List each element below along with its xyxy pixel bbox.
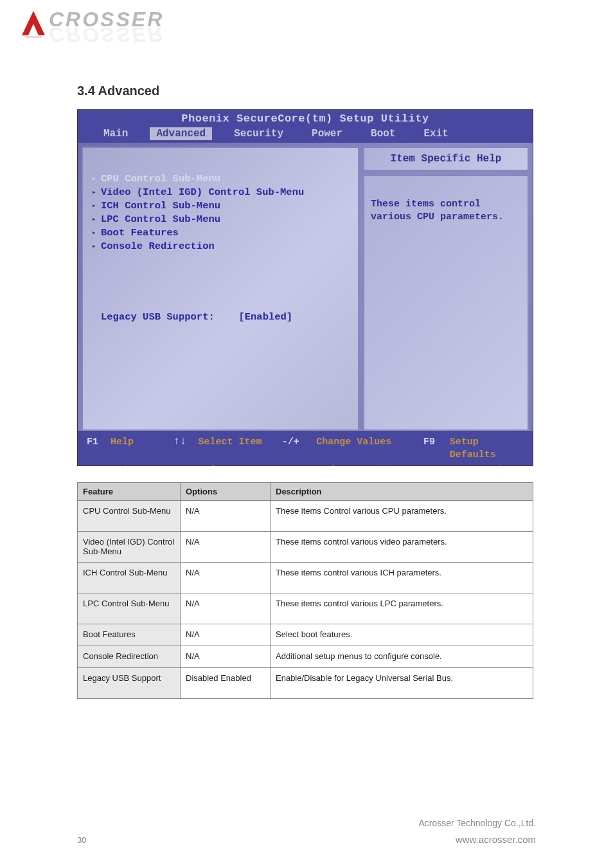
cell-description: Enable/Disable for Legacy Universal Seri… (271, 668, 533, 699)
submenu-ich[interactable]: ▸ICH Control Sub-Menu (92, 199, 349, 213)
page-number: 30 (77, 835, 86, 845)
action-setup-defaults: Setup Defaults (450, 436, 524, 462)
action-select-submenu: Select ▸ Sub-Menu (319, 464, 423, 467)
submenu-boot-features[interactable]: ▸Boot Features (92, 226, 349, 240)
key-f1: F1 (87, 436, 107, 449)
option-legacy-usb[interactable]: Legacy USB Support: [Enabled] (92, 311, 349, 323)
cell-options: N/A (181, 624, 271, 646)
cell-feature: Legacy USB Support (78, 668, 181, 699)
table-row: Legacy USB Support Disabled Enabled Enab… (78, 668, 533, 699)
bios-tab-boot[interactable]: Boot (364, 127, 402, 140)
feature-table: Feature Options Description CPU Control … (77, 482, 533, 699)
action-change-values: Change Values (316, 436, 420, 449)
chevron-right-icon: ▸ (92, 188, 101, 197)
bios-tab-exit[interactable]: Exit (417, 127, 454, 140)
table-row: Console Redirection N/A Additional setup… (78, 646, 533, 668)
cell-options: N/A (181, 646, 271, 668)
cell-description: These items control various LPC paramete… (271, 593, 533, 624)
brand-logo: CROSSER CROSSER (19, 10, 164, 38)
logo-reflection: CROSSER (49, 31, 164, 38)
bios-key-legend: F1 Help ↑↓ Select Item -/+ Change Values… (78, 431, 533, 466)
submenu-label: LPC Control Sub-Menu (101, 213, 220, 226)
action-help: Help (111, 436, 169, 449)
cell-feature: LPC Control Sub-Menu (78, 593, 181, 624)
action-select-item: Select Item (198, 436, 278, 449)
cell-description: Select boot features. (271, 624, 533, 646)
submenu-label: Console Redirection (101, 240, 215, 253)
key-esc: Esc (87, 464, 107, 467)
chevron-right-icon: ▸ (92, 228, 101, 238)
th-feature: Feature (78, 483, 181, 501)
arrows-leftright-icon: ←→ (174, 462, 195, 467)
bios-screenshot: Phoenix SecureCore(tm) Setup Utility Mai… (77, 109, 533, 466)
cell-options: Disabled Enabled (181, 668, 271, 699)
action-save-exit: Save and Exit (454, 464, 524, 467)
chevron-right-icon: ▸ (92, 201, 101, 211)
help-body: These items control various CPU paramete… (363, 175, 529, 431)
bios-main-panel: ▸CPU Control Sub-Menu ▸Video (Intel IGD)… (82, 147, 359, 431)
cell-description: These items control various ICH paramete… (271, 563, 533, 593)
help-title: Item Specific Help (363, 147, 529, 171)
table-row: LPC Control Sub-Menu N/A These items con… (78, 593, 533, 624)
table-row: ICH Control Sub-Menu N/A These items con… (78, 563, 533, 593)
chevron-right-icon: ▸ (92, 174, 101, 184)
table-row: Video (Intel IGD) Control Sub-Menu N/A T… (78, 532, 533, 563)
cell-feature: Boot Features (78, 624, 181, 646)
submenu-video[interactable]: ▸Video (Intel IGD) Control Sub-Menu (92, 186, 349, 199)
th-options: Options (181, 483, 271, 501)
table-row: CPU Control Sub-Menu N/A These items Con… (78, 501, 533, 532)
submenu-lpc[interactable]: ▸LPC Control Sub-Menu (92, 213, 349, 226)
cell-feature: Video (Intel IGD) Control Sub-Menu (78, 532, 181, 563)
action-select-menu: Select Menu (199, 464, 280, 467)
submenu-label: CPU Control Sub-Menu (101, 172, 220, 186)
submenu-label: Video (Intel IGD) Control Sub-Menu (101, 186, 304, 199)
action-exit: Exit (111, 464, 170, 467)
bios-app-title: Phoenix SecureCore(tm) Setup Utility (78, 110, 533, 126)
cell-options: N/A (181, 593, 271, 624)
cell-description: Additional setup menus to configure cons… (271, 646, 533, 668)
table-header-row: Feature Options Description (78, 483, 533, 501)
logo-mark-icon (19, 10, 48, 38)
cell-feature: CPU Control Sub-Menu (78, 501, 181, 532)
cell-options: N/A (181, 532, 271, 563)
cell-options: N/A (181, 501, 271, 532)
bios-tab-security[interactable]: Security (227, 127, 290, 140)
th-description: Description (271, 483, 533, 501)
key-enter: Enter (284, 464, 315, 467)
arrows-updown-icon: ↑↓ (173, 435, 194, 449)
bios-tab-main[interactable]: Main (97, 127, 134, 140)
key-plusminus: -/+ (282, 436, 313, 449)
table-row: Boot Features N/A Select boot features. (78, 624, 533, 646)
bios-tab-power[interactable]: Power (305, 127, 349, 140)
key-f9: F9 (423, 436, 446, 449)
chevron-right-icon: ▸ (92, 215, 101, 224)
section-heading: 3.4 Advanced (77, 84, 159, 98)
submenu-label: Boot Features (101, 226, 179, 240)
footer-url: www.acrosser.com (456, 834, 536, 845)
cell-options: N/A (181, 563, 271, 593)
submenu-label: ICH Control Sub-Menu (101, 199, 220, 213)
submenu-console[interactable]: ▸Console Redirection (92, 240, 349, 253)
cell-feature: ICH Control Sub-Menu (78, 563, 181, 593)
cell-description: These items control various video parame… (271, 532, 533, 563)
bios-tab-advanced[interactable]: Advanced (150, 127, 212, 140)
option-label: Legacy USB Support: (92, 311, 238, 323)
cell-description: These items Control various CPU paramete… (271, 501, 533, 532)
cell-feature: Console Redirection (78, 646, 181, 668)
submenu-cpu[interactable]: ▸CPU Control Sub-Menu (92, 172, 349, 186)
footer-company: Acrosser Technology Co.,Ltd. (418, 818, 536, 828)
bios-tab-bar: Main Advanced Security Power Boot Exit (78, 126, 533, 143)
key-f10: F10 (427, 464, 450, 467)
chevron-right-icon: ▸ (92, 242, 101, 251)
option-value: [Enabled] (238, 311, 349, 323)
